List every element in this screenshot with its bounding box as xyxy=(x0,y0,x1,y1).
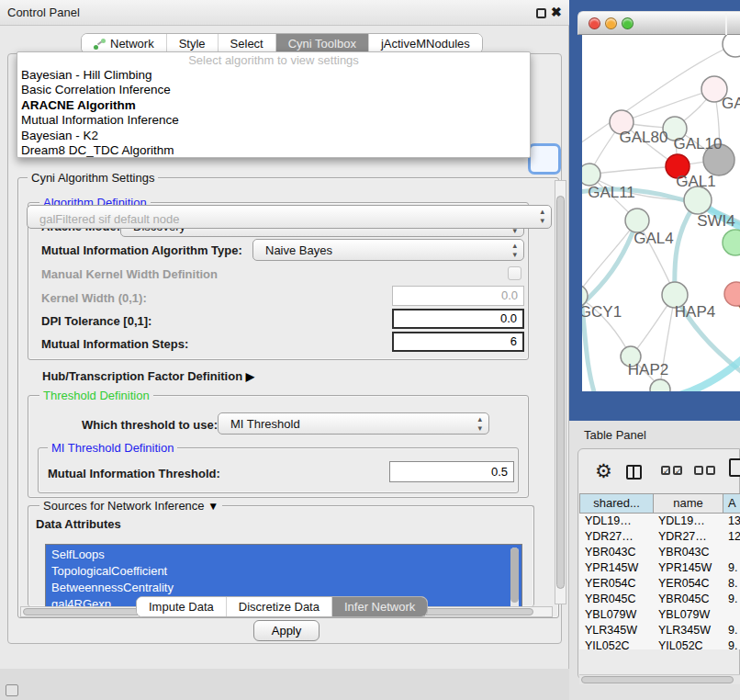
node-label: GAL10 xyxy=(674,135,723,152)
cell[interactable]: YER054C xyxy=(579,576,653,592)
unchecked-checkbox-icon[interactable] xyxy=(694,466,703,475)
list-scrollbar[interactable] xyxy=(510,548,519,610)
tab-infer-network[interactable]: Infer Network xyxy=(331,597,427,616)
node-label: GAL11 xyxy=(588,184,635,201)
gear-icon[interactable]: ⚙ xyxy=(595,460,612,482)
tab-jactivemnodules[interactable]: jActiveMNodules xyxy=(368,34,482,53)
cell[interactable]: 9. xyxy=(723,560,740,576)
combo-arrows-icon: ▴▾ xyxy=(540,207,544,225)
combo-arrows-icon: ▴▾ xyxy=(512,241,517,259)
float-panel-icon[interactable] xyxy=(536,8,546,18)
unchecked-checkbox-icon[interactable] xyxy=(706,466,715,475)
node[interactable] xyxy=(650,379,670,391)
cell[interactable]: YDL19… xyxy=(579,514,653,529)
which-threshold-combo[interactable]: MI Threshold ▴▾ xyxy=(218,412,489,435)
panel-grip-icon[interactable] xyxy=(6,684,18,696)
sources-toggle[interactable]: Sources for Network Inference ▼ xyxy=(39,499,222,513)
cell[interactable]: 9. xyxy=(723,592,740,607)
cell[interactable]: YIL052C xyxy=(579,638,653,649)
tab-network[interactable]: Network xyxy=(82,34,166,53)
cell[interactable]: YBL079W xyxy=(579,607,653,623)
node-swi4[interactable] xyxy=(684,186,712,214)
cell[interactable]: 8. xyxy=(723,576,740,592)
manual-kernel-checkbox[interactable] xyxy=(508,266,521,280)
cell[interactable]: YBL079W xyxy=(653,607,723,623)
menu-item[interactable]: Basic Correlation Inference xyxy=(17,83,530,97)
checked-checkbox-icon[interactable]: ✓ xyxy=(661,466,670,475)
cell[interactable]: YDL19… xyxy=(653,514,723,529)
cell[interactable]: YPR145W xyxy=(579,560,653,576)
cell[interactable] xyxy=(723,607,740,623)
menu-item[interactable]: Dream8 DC_TDC Algorithm xyxy=(17,143,530,158)
cell[interactable]: YIL052C xyxy=(653,638,723,649)
cell[interactable]: 12 xyxy=(723,529,740,545)
titlebar-separator xyxy=(725,13,727,35)
node-label: GAL80 xyxy=(620,129,668,146)
table-panel-title: Table Panel xyxy=(584,428,646,442)
tab-cyni-toolbox[interactable]: Cyni Toolbox xyxy=(275,34,368,53)
cell[interactable]: YDR27… xyxy=(579,529,653,545)
cell[interactable] xyxy=(723,545,740,560)
dpi-tolerance-label: DPI Tolerance [0,1]: xyxy=(41,314,151,328)
network-canvas[interactable]: GAL GAL80 GAL10 GAL1 GAL11 SWI4 GAL4 GCY… xyxy=(582,35,740,391)
tab-discretize-data[interactable]: Discretize Data xyxy=(226,597,331,616)
algorithm-placeholder: Select algorithm to view settings xyxy=(17,52,530,68)
list-item[interactable]: TopologicalCoefficient xyxy=(46,563,521,580)
apply-button[interactable]: Apply xyxy=(253,620,320,641)
minimize-icon[interactable] xyxy=(605,17,617,29)
mi-steps-label: Mutual Information Steps: xyxy=(41,337,188,351)
mi-threshold-input[interactable]: 0.5 xyxy=(389,461,514,482)
list-item[interactable]: BetweennessCentrality xyxy=(46,580,521,596)
column-header[interactable]: name xyxy=(653,493,723,514)
kernel-width-input[interactable]: 0.0 xyxy=(392,286,524,306)
list-item[interactable]: SelfLoops xyxy=(46,547,521,563)
node-label: SWI4 xyxy=(697,212,735,230)
node-label: HAP2 xyxy=(628,361,668,378)
cell[interactable]: YBR043C xyxy=(653,545,723,560)
menu-item[interactable]: Bayesian - K2 xyxy=(17,129,530,143)
split-view-icon[interactable] xyxy=(626,465,642,480)
network-selector-combo[interactable]: galFiltered sif default node ▴▾ xyxy=(27,205,552,229)
network-window-titlebar[interactable] xyxy=(577,11,740,35)
cell[interactable]: YDR27… xyxy=(653,529,723,545)
node[interactable] xyxy=(723,35,740,57)
tab-impute-data[interactable]: Impute Data xyxy=(137,597,226,616)
table-horizontal-scrollbar[interactable] xyxy=(579,674,740,684)
expanded-arrow-icon: ▼ xyxy=(207,500,219,513)
mi-steps-input[interactable]: 6 xyxy=(392,332,524,352)
close-icon[interactable]: ✖ xyxy=(551,5,562,19)
menu-item[interactable]: ARACNE Algorithm xyxy=(17,98,530,113)
column-header[interactable]: shared... xyxy=(579,493,654,514)
network-icon xyxy=(94,39,106,50)
cell[interactable]: YBR045C xyxy=(579,592,653,607)
column-header[interactable]: A xyxy=(723,493,740,514)
cell[interactable]: YBR045C xyxy=(653,592,723,607)
cell[interactable]: YLR345W xyxy=(653,623,723,638)
data-attributes-label: Data Attributes xyxy=(36,517,121,531)
cell[interactable]: 9. xyxy=(723,638,740,649)
tab-select[interactable]: Select xyxy=(218,34,275,53)
algorithm-select-combo-fragment[interactable] xyxy=(528,143,561,175)
close-icon[interactable] xyxy=(589,17,600,29)
node-gal11[interactable] xyxy=(582,164,600,186)
dpi-tolerance-input[interactable]: 0.0 xyxy=(392,309,524,329)
cell[interactable]: 9. xyxy=(723,623,740,638)
cell[interactable]: YBR043C xyxy=(579,545,653,560)
cell[interactable]: YPR145W xyxy=(653,560,723,576)
tab-style[interactable]: Style xyxy=(166,34,218,53)
sources-group: Sources for Network Inference ▼ Data Att… xyxy=(28,505,534,606)
cell[interactable]: YLR345W xyxy=(579,623,653,638)
menu-item[interactable]: Bayesian - Hill Climbing xyxy=(17,68,530,83)
node-label: GAL4 xyxy=(633,230,673,247)
node-green[interactable] xyxy=(723,230,740,255)
cell[interactable]: YER054C xyxy=(653,576,723,592)
zoom-icon[interactable] xyxy=(622,17,633,29)
checked-checkbox-icon[interactable]: ✓ xyxy=(673,466,682,475)
menu-item[interactable]: Mutual Information Inference xyxy=(17,113,530,128)
mi-threshold-label: Mutual Information Threshold: xyxy=(48,467,220,480)
hub-definition-toggle[interactable]: Hub/Transcription Factor Definition ▶ xyxy=(42,369,254,383)
export-table-icon[interactable] xyxy=(729,458,740,477)
cell[interactable]: 13 xyxy=(723,514,740,529)
mi-algorithm-type-combo[interactable]: Naive Bayes ▴▾ xyxy=(252,239,524,261)
settings-vertical-scrollbar[interactable] xyxy=(555,180,566,604)
